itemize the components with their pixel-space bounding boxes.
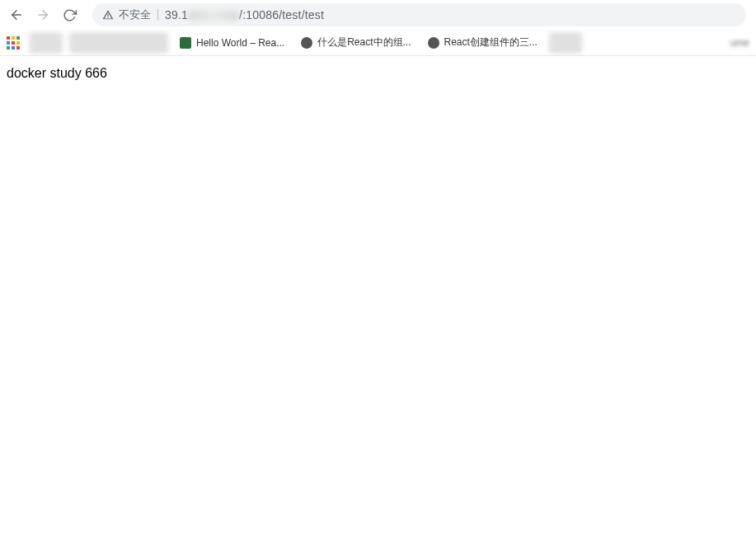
url-suffix: /:10086/test/test xyxy=(239,8,324,21)
reload-icon xyxy=(63,8,77,22)
back-button[interactable] xyxy=(3,2,30,28)
bookmark-overflow-text: ume xyxy=(730,37,749,49)
url-redacted xyxy=(189,11,238,21)
address-bar[interactable]: 不安全 39.1/:10086/test/test xyxy=(92,3,746,26)
bookmark-item[interactable] xyxy=(69,32,168,54)
favicon-icon xyxy=(180,37,191,49)
arrow-right-icon xyxy=(35,7,50,22)
url-text: 39.1/:10086/test/test xyxy=(165,8,324,21)
page-body-text: docker study 666 xyxy=(7,66,107,80)
bookmark-label: React创建组件的三... xyxy=(444,35,538,50)
arrow-left-icon xyxy=(9,7,24,22)
apps-icon[interactable] xyxy=(7,36,20,50)
address-divider xyxy=(157,9,158,21)
url-prefix: 39.1 xyxy=(165,8,188,21)
bookmark-item[interactable] xyxy=(549,32,582,54)
not-secure-icon xyxy=(102,9,114,21)
bookmark-label: 什么是React中的组... xyxy=(317,35,411,50)
forward-button[interactable] xyxy=(30,2,56,28)
security-label: 不安全 xyxy=(119,7,151,22)
bookmarks-bar: Hello World – Rea... 什么是React中的组... Reac… xyxy=(0,30,756,56)
favicon-icon xyxy=(301,37,312,49)
browser-toolbar: 不安全 39.1/:10086/test/test xyxy=(0,0,756,30)
bookmark-item[interactable] xyxy=(30,32,63,54)
bookmark-item[interactable]: React创建组件的三... xyxy=(423,32,542,54)
bookmark-item[interactable]: Hello World – Rea... xyxy=(175,32,289,54)
bookmark-label: Hello World – Rea... xyxy=(196,37,284,49)
reload-button[interactable] xyxy=(56,2,82,28)
bookmark-item[interactable]: 什么是React中的组... xyxy=(296,32,416,54)
page-content: docker study 666 xyxy=(0,56,756,91)
favicon-icon xyxy=(428,37,439,49)
